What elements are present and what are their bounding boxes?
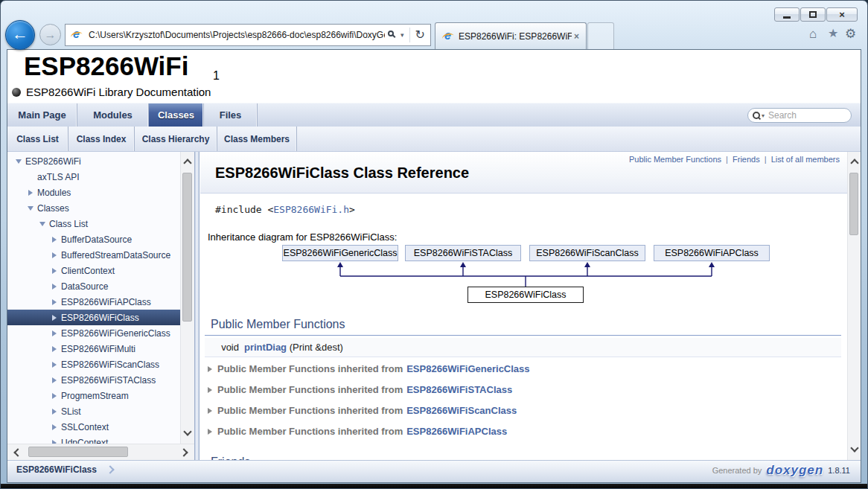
inherited-section-scan[interactable]: Public Member Functions inherited from E… xyxy=(208,405,517,416)
tree-item-slist[interactable]: SList xyxy=(7,403,180,419)
inheritance-caption: Inheritance diagram for ESP8266WiFiClass… xyxy=(208,231,397,243)
tree-expand-icon[interactable] xyxy=(51,330,61,336)
scroll-left-icon[interactable] xyxy=(13,448,22,456)
tree-item-esp8266wifiscanclass[interactable]: ESP8266WiFiScanClass xyxy=(7,357,180,372)
member-link-printdiag[interactable]: printDiag xyxy=(244,342,287,353)
tree-item-sslcontext[interactable]: SSLContext xyxy=(7,419,180,435)
tree-expand-icon[interactable] xyxy=(51,346,61,352)
sidebar-scrollbar-thumb[interactable] xyxy=(182,173,192,322)
scroll-up-icon[interactable] xyxy=(183,159,191,167)
favorites-icon[interactable]: ★ xyxy=(828,28,838,39)
sidebar-hscrollbar-thumb[interactable] xyxy=(28,447,128,457)
back-button[interactable]: ← xyxy=(5,20,35,50)
search-box[interactable]: ▾ xyxy=(747,108,852,123)
tab-class-hierarchy[interactable]: Class Hierarchy xyxy=(135,127,217,151)
main-tab-bar: Main Page Modules Classes Files ▾ xyxy=(7,103,861,127)
sidebar-vertical-scrollbar[interactable] xyxy=(180,152,194,444)
tree-item-clientcontext[interactable]: ClientContext xyxy=(7,263,180,278)
content-scrollbar-thumb[interactable] xyxy=(849,173,858,235)
forward-button[interactable]: → xyxy=(39,24,61,45)
tree-item-modules[interactable]: Modules xyxy=(7,185,180,200)
tree-item-class-list[interactable]: Class List xyxy=(7,216,180,231)
settings-icon[interactable]: ⚙ xyxy=(845,28,856,40)
tree-expand-icon[interactable] xyxy=(51,315,61,321)
tree-item-datasource[interactable]: DataSource xyxy=(7,278,180,294)
pane-splitter[interactable] xyxy=(194,152,200,460)
tree-item-progmemstream[interactable]: ProgmemStream xyxy=(7,388,180,403)
summary-link-friends[interactable]: Friends xyxy=(733,155,760,164)
diagram-node-esp8266wifiapclass[interactable]: ESP8266WiFiAPClass xyxy=(654,245,770,261)
tree-expand-icon[interactable] xyxy=(51,237,61,243)
page-viewport: ESP8266WiFi 1 ESP8266WiFi Library Docume… xyxy=(7,49,861,483)
doxygen-logo[interactable]: doxygen xyxy=(766,463,823,478)
tree-item-esp8266wifimulti[interactable]: ESP8266WiFiMulti xyxy=(7,341,180,357)
tree-item-axtls-api[interactable]: axTLS API xyxy=(7,169,180,185)
content-header: Public Member Functions | Friends | List… xyxy=(200,152,847,194)
inherited-section-sta[interactable]: Public Member Functions inherited from E… xyxy=(208,384,512,395)
scroll-down-icon[interactable] xyxy=(183,427,191,435)
refresh-icon[interactable]: ↻ xyxy=(415,29,425,41)
tree-item-esp8266wifi[interactable]: ESP8266WiFi xyxy=(7,153,180,169)
search-input[interactable] xyxy=(767,109,846,121)
address-dropdown-caret-icon[interactable]: ▾ xyxy=(401,31,404,39)
tab-favicon-ie-icon xyxy=(442,31,455,43)
tree-item-esp8266wifiapclass[interactable]: ESP8266WiFiAPClass xyxy=(7,294,180,310)
tree-expand-icon[interactable] xyxy=(51,284,61,290)
tab-class-index[interactable]: Class Index xyxy=(68,127,135,151)
inherited-section-generic[interactable]: Public Member Functions inherited from E… xyxy=(208,363,530,374)
tree-expand-icon[interactable] xyxy=(51,252,61,258)
diagram-node-esp8266wifiscanclass[interactable]: ESP8266WiFiScanClass xyxy=(529,245,645,261)
tab-main-page[interactable]: Main Page xyxy=(7,103,77,127)
tree-item-esp8266wifistaclass[interactable]: ESP8266WiFiSTAClass xyxy=(7,372,180,388)
tree-expand-icon[interactable] xyxy=(27,190,37,196)
scroll-right-icon[interactable] xyxy=(179,448,188,456)
tree-item-esp8266wifigenericclass[interactable]: ESP8266WiFiGenericClass xyxy=(7,325,180,341)
browser-window: × ← → ▾ ↻ ESP8266WiFi: ESP8266WiFi... × … xyxy=(0,0,868,489)
scroll-down-icon[interactable] xyxy=(850,444,858,452)
tab-title: ESP8266WiFi: ESP8266WiFi... xyxy=(459,31,572,42)
address-divider xyxy=(409,28,410,42)
include-file-link[interactable]: ESP8266WiFi.h xyxy=(273,204,349,215)
tree-expand-icon[interactable] xyxy=(51,409,61,415)
sidebar-horizontal-scrollbar[interactable] xyxy=(7,444,194,460)
summary-link-all-members[interactable]: List of all members xyxy=(771,155,840,164)
inherited-class-link[interactable]: ESP8266WiFiScanClass xyxy=(406,405,517,416)
tree-item-classes[interactable]: Classes xyxy=(7,200,180,216)
scroll-up-icon[interactable] xyxy=(850,159,858,167)
tree-item-bufferedstreamdatasource[interactable]: BufferedStreamDataSource xyxy=(7,247,180,263)
tree-expand-icon[interactable] xyxy=(51,424,61,430)
diagram-node-esp8266wifistaclass[interactable]: ESP8266WiFiSTAClass xyxy=(405,245,521,261)
tree-expand-icon[interactable] xyxy=(51,268,61,274)
tree-collapse-icon[interactable] xyxy=(39,222,49,226)
tree-collapse-icon[interactable] xyxy=(27,206,37,211)
home-icon[interactable]: ⌂ xyxy=(809,28,817,40)
tree-item-esp8266wificlass-selected[interactable]: ESP8266WiFiClass xyxy=(7,310,180,325)
search-caret-icon[interactable]: ▾ xyxy=(762,112,765,119)
inherited-section-ap[interactable]: Public Member Functions inherited from E… xyxy=(208,426,507,437)
tree-item-bufferdatasource[interactable]: BufferDataSource xyxy=(7,231,180,247)
tab-modules[interactable]: Modules xyxy=(77,103,149,127)
browser-tab[interactable]: ESP8266WiFi: ESP8266WiFi... × xyxy=(435,22,587,50)
inherited-class-link[interactable]: ESP8266WiFiSTAClass xyxy=(406,384,512,395)
tab-classes[interactable]: Classes xyxy=(149,103,204,127)
tree-expand-icon[interactable] xyxy=(51,299,61,305)
tree-collapse-icon[interactable] xyxy=(15,159,25,164)
tree-expand-icon[interactable] xyxy=(51,362,61,368)
tab-files[interactable]: Files xyxy=(204,103,258,127)
summary-link-public-member-functions[interactable]: Public Member Functions xyxy=(629,155,721,164)
address-bar[interactable]: ▾ ↻ xyxy=(65,24,431,46)
breadcrumb-item[interactable]: ESP8266WiFiClass xyxy=(16,464,97,475)
tree-item-udpcontext[interactable]: UdpContext xyxy=(7,435,180,444)
inherited-class-link[interactable]: ESP8266WiFiAPClass xyxy=(406,426,507,437)
diagram-node-esp8266wifigenericclass[interactable]: ESP8266WiFiGenericClass xyxy=(282,245,398,261)
tree-expand-icon[interactable] xyxy=(51,377,61,383)
new-tab-button[interactable] xyxy=(587,22,614,50)
content-vertical-scrollbar[interactable] xyxy=(847,152,861,460)
inherited-class-link[interactable]: ESP8266WiFiGenericClass xyxy=(406,363,529,374)
tab-close-icon[interactable]: × xyxy=(572,31,581,42)
tab-class-members[interactable]: Class Members xyxy=(217,127,297,151)
tab-class-list[interactable]: Class List xyxy=(7,127,68,151)
tree-expand-icon[interactable] xyxy=(51,393,61,399)
address-search-icon[interactable] xyxy=(387,30,398,40)
address-input[interactable] xyxy=(87,29,386,41)
